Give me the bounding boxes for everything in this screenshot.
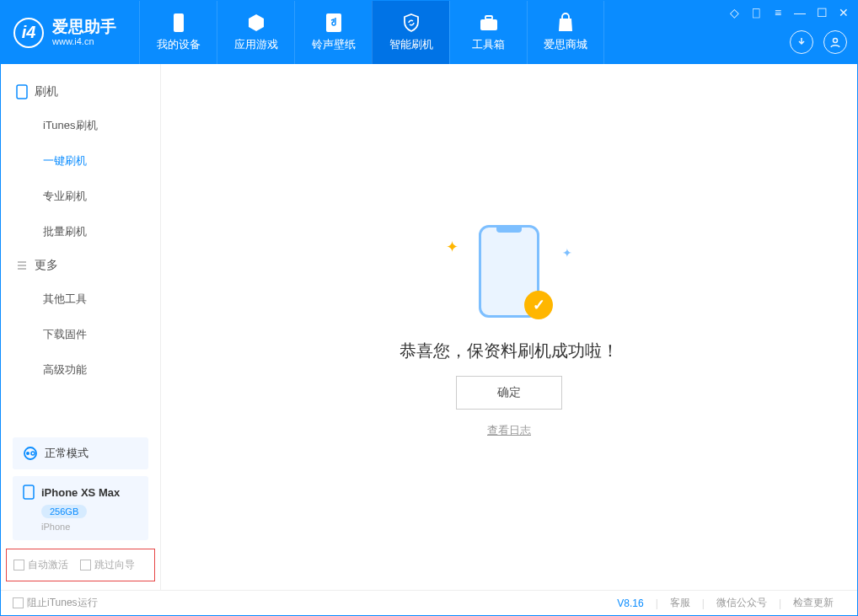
sparkle-icon: ✦ [562,246,572,260]
wechat-link[interactable]: 微信公众号 [705,596,779,610]
mode-label: 正常模式 [45,446,88,461]
sidebar: 刷机 iTunes刷机 一键刷机 专业刷机 批量刷机 更多 其他工具 下载固件 … [1,64,161,590]
group-label: 刷机 [35,84,58,99]
group-label: 更多 [35,258,58,273]
tab-ringtones[interactable]: 铃声壁纸 [294,1,372,64]
svg-rect-2 [480,19,497,30]
tab-label: 铃声壁纸 [312,37,356,52]
music-file-icon [324,13,344,33]
phone-icon [16,84,28,99]
nav-tabs: 我的设备 应用游戏 铃声壁纸 智能刷机 工具箱 爱思商城 [139,1,604,64]
feedback-icon[interactable]: ⎕ [749,6,763,19]
tab-apps-games[interactable]: 应用游戏 [217,1,294,64]
checkbox-auto-activate[interactable]: 自动激活 [13,558,68,572]
app-url: www.i4.cn [52,36,116,47]
sidebar-item-itunes-flash[interactable]: iTunes刷机 [1,108,160,143]
user-icon[interactable] [823,30,847,54]
sidebar-item-batch-flash[interactable]: 批量刷机 [1,214,160,249]
tab-store[interactable]: 爱思商城 [527,1,604,64]
logo-section: i4 爱思助手 www.i4.cn [1,18,129,48]
menu-icon[interactable]: ≡ [771,6,785,19]
device-name-label: iPhone XS Max [41,486,120,499]
device-icon [169,13,189,33]
logo-icon: i4 [13,18,44,48]
sidebar-group-more: 更多 [1,249,160,281]
mode-icon [23,446,38,461]
main-content: ✦ ✦ ✓ 恭喜您，保资料刷机成功啦！ 确定 查看日志 [161,64,857,590]
svg-rect-1 [326,13,341,32]
close-icon[interactable]: ✕ [837,6,850,19]
tab-label: 爱思商城 [544,37,587,52]
support-link[interactable]: 客服 [658,596,702,610]
update-link[interactable]: 检查更新 [781,596,845,610]
device-type-label: iPhone [41,522,138,532]
ok-button[interactable]: 确定 [456,376,562,410]
tab-my-device[interactable]: 我的设备 [139,1,217,64]
sidebar-item-download-firmware[interactable]: 下载固件 [1,317,160,352]
tab-label: 智能刷机 [389,37,433,52]
list-icon [16,260,28,271]
sidebar-item-pro-flash[interactable]: 专业刷机 [1,179,160,214]
tab-label: 应用游戏 [234,37,278,52]
view-log-link[interactable]: 查看日志 [487,423,531,438]
success-message: 恭喜您，保资料刷机成功啦！ [400,340,619,362]
app-title: 爱思助手 [52,18,116,37]
device-small-icon [23,485,35,500]
toolbox-icon [479,13,499,33]
tab-label: 我的设备 [157,37,201,52]
tab-smart-flash[interactable]: 智能刷机 [372,1,449,64]
tab-toolbox[interactable]: 工具箱 [449,1,527,64]
device-box[interactable]: iPhone XS Max 256GB iPhone [13,476,148,540]
cube-icon [246,13,266,33]
window-controls: ◇ ⎕ ≡ — ☐ ✕ [727,6,850,19]
header: i4 爱思助手 www.i4.cn 我的设备 应用游戏 铃声壁纸 智能刷机 工具… [1,1,857,64]
sidebar-item-onekey-flash[interactable]: 一键刷机 [1,143,160,179]
maximize-icon[interactable]: ☐ [815,6,829,19]
mode-box[interactable]: 正常模式 [13,437,148,469]
tab-label: 工具箱 [472,37,505,52]
download-icon[interactable] [790,30,813,54]
svg-point-4 [834,39,838,43]
sidebar-item-advanced[interactable]: 高级功能 [1,352,160,388]
svg-rect-5 [17,85,27,99]
minimize-icon[interactable]: — [793,6,807,19]
shield-refresh-icon [401,13,421,33]
svg-rect-0 [174,13,184,32]
storage-badge: 256GB [41,505,87,518]
checkbox-row: 自动激活 跳过向导 [6,549,155,581]
footer: 阻止iTunes运行 V8.16 | 客服 | 微信公众号 | 检查更新 [1,590,857,615]
svg-rect-9 [24,485,34,499]
svg-point-8 [31,452,35,455]
checkbox-skip-guide[interactable]: 跳过向导 [80,558,135,572]
sidebar-item-other-tools[interactable]: 其他工具 [1,281,160,317]
success-illustration: ✦ ✦ ✓ [433,217,585,326]
tshirt-icon[interactable]: ◇ [727,6,741,19]
check-icon: ✓ [524,291,553,319]
version-label: V8.16 [605,597,655,609]
svg-point-7 [26,452,29,455]
sidebar-group-flash: 刷机 [1,76,160,108]
checkbox-block-itunes[interactable]: 阻止iTunes运行 [13,596,98,610]
bag-icon [555,13,576,33]
svg-rect-3 [485,16,492,19]
sparkle-icon: ✦ [446,238,458,256]
